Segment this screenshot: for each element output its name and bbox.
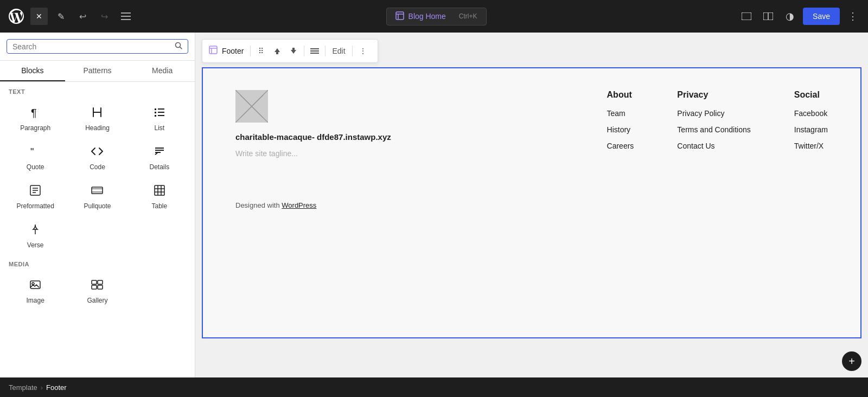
nav-link-contact[interactable]: Contact Us — [677, 142, 714, 150]
section-label-media: MEDIA — [0, 254, 195, 271]
more-options-button[interactable]: ⋮ — [844, 8, 861, 25]
add-block-button[interactable]: + — [842, 351, 861, 371]
image-label: Image — [26, 297, 44, 304]
svg-text:¶: ¶ — [31, 107, 37, 119]
tab-blocks[interactable]: Blocks — [0, 61, 65, 81]
list-item: Contact Us — [677, 141, 750, 151]
pullquote-label: Pullquote — [84, 202, 111, 210]
blog-home-shortcut: Ctrl+K — [459, 12, 477, 20]
footer-col-heading-social: Social — [794, 90, 828, 100]
svg-rect-14 — [155, 112, 156, 113]
nav-link-facebook[interactable]: Facebook — [794, 109, 827, 118]
list-item: Team — [607, 108, 634, 118]
svg-rect-36 — [98, 280, 103, 284]
edit-button[interactable]: Edit — [328, 43, 349, 59]
sidebar: Blocks Patterns Media TEXT ¶ Paragraph — [0, 33, 195, 377]
contrast-button[interactable]: ◑ — [781, 8, 799, 25]
code-icon — [91, 145, 104, 160]
details-icon — [153, 145, 166, 160]
wordpress-link[interactable]: WordPress — [282, 201, 316, 209]
breadcrumb-template[interactable]: Template — [9, 383, 37, 392]
list-icon — [153, 106, 166, 121]
close-button[interactable]: ✕ — [30, 8, 48, 25]
canvas-area: Footer ⠿ Edit ⋮ — [195, 33, 868, 377]
svg-rect-0 — [121, 12, 131, 14]
search-input[interactable] — [12, 42, 170, 51]
nav-link-careers[interactable]: Careers — [607, 142, 634, 150]
block-item-pullquote[interactable]: Pullquote — [66, 176, 128, 215]
view-button[interactable] — [738, 8, 755, 25]
blog-home-label: Blog Home — [409, 12, 446, 21]
tab-patterns[interactable]: Patterns — [65, 61, 130, 81]
nav-link-history[interactable]: History — [607, 125, 631, 134]
site-url: charitable-macaque- dfde87.instawp.xyz — [235, 131, 391, 143]
preformatted-icon — [29, 184, 42, 199]
block-toolbar: Footer ⠿ Edit ⋮ — [202, 39, 378, 63]
svg-rect-3 — [396, 12, 404, 20]
move-up-button[interactable] — [269, 43, 285, 59]
footer-col-heading-about: About — [607, 90, 634, 100]
svg-rect-35 — [92, 280, 97, 284]
nav-link-team[interactable]: Team — [607, 109, 626, 118]
list-item: Careers — [607, 141, 634, 151]
svg-marker-44 — [291, 50, 296, 54]
footer-nav-columns: About Team History Careers Privacy Priva… — [607, 90, 828, 157]
nav-link-terms[interactable]: Terms and Conditions — [677, 125, 750, 134]
pullquote-icon — [91, 184, 104, 199]
list-item: History — [607, 125, 634, 135]
list-view-button[interactable] — [117, 8, 135, 25]
site-tagline[interactable]: Write site tagline... — [235, 149, 391, 158]
breadcrumb-footer[interactable]: Footer — [46, 383, 67, 392]
topbar-center: Blog Home Ctrl+K — [386, 8, 487, 25]
block-item-preformatted[interactable]: Preformatted — [4, 176, 66, 215]
undo-button[interactable]: ↩ — [74, 8, 91, 25]
toolbar-more-button[interactable]: ⋮ — [355, 43, 371, 59]
block-item-code[interactable]: Code — [66, 137, 128, 176]
topbar: ✕ ✎ ↩ ↪ Blog Home Ctrl+K ◑ Sav — [0, 0, 868, 33]
list-item: Instagram — [794, 125, 828, 135]
svg-rect-13 — [155, 108, 156, 110]
nav-link-privacy-policy[interactable]: Privacy Policy — [677, 109, 724, 118]
footer-brand: charitable-macaque- dfde87.instawp.xyz W… — [235, 90, 391, 158]
align-button[interactable] — [307, 43, 323, 59]
blocks-grid-text: ¶ Paragraph Heading List — [0, 98, 195, 254]
footer-nav-col-social: Social Facebook Instagram Twitter/X — [794, 90, 828, 157]
split-view-button[interactable] — [760, 8, 777, 25]
breadcrumb-separator: › — [41, 383, 43, 392]
block-item-verse[interactable]: Verse — [4, 215, 66, 254]
gallery-icon — [91, 278, 104, 293]
save-button[interactable]: Save — [803, 8, 840, 25]
toolbar-separator-3 — [325, 46, 326, 56]
block-item-details[interactable]: Details — [129, 137, 190, 176]
block-item-quote[interactable]: " Quote — [4, 137, 66, 176]
nav-link-instagram[interactable]: Instagram — [794, 125, 828, 134]
drag-handle[interactable]: ⠿ — [253, 43, 269, 59]
block-item-paragraph[interactable]: ¶ Paragraph — [4, 98, 66, 137]
footer-block-icon — [209, 46, 218, 56]
svg-rect-45 — [292, 48, 295, 50]
search-input-wrapper — [7, 39, 188, 54]
svg-rect-27 — [155, 185, 164, 195]
footer-col-links-social: Facebook Instagram Twitter/X — [794, 108, 828, 151]
block-item-gallery[interactable]: Gallery — [66, 271, 128, 310]
wordpress-logo[interactable] — [7, 7, 26, 26]
block-item-list[interactable]: List — [129, 98, 190, 137]
tab-media[interactable]: Media — [130, 61, 195, 81]
block-item-table[interactable]: Table — [129, 176, 190, 215]
heading-label: Heading — [85, 124, 110, 132]
verse-label: Verse — [27, 241, 44, 249]
move-down-button[interactable] — [285, 43, 302, 59]
pen-button[interactable]: ✎ — [52, 8, 69, 25]
table-label: Table — [151, 202, 167, 210]
gallery-label: Gallery — [87, 297, 107, 304]
block-item-heading[interactable]: Heading — [66, 98, 128, 137]
blog-home-button[interactable]: Blog Home Ctrl+K — [386, 8, 487, 25]
section-label-text: TEXT — [0, 82, 195, 98]
details-label: Details — [149, 163, 169, 171]
svg-marker-42 — [275, 48, 280, 52]
nav-link-twitter[interactable]: Twitter/X — [794, 142, 824, 150]
redo-button[interactable]: ↪ — [95, 8, 113, 25]
quote-label: Quote — [27, 163, 44, 171]
block-item-image[interactable]: Image — [4, 271, 66, 310]
svg-rect-1 — [121, 16, 131, 17]
